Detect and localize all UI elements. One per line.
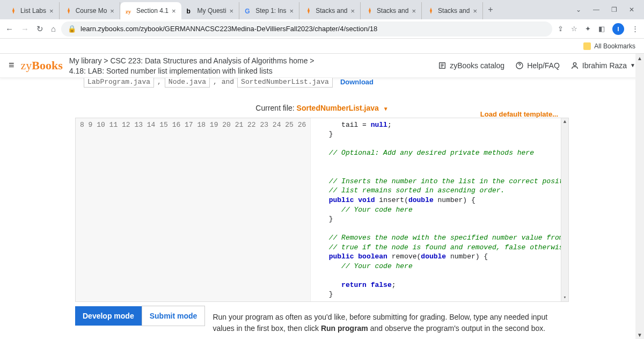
extensions-icon[interactable]: ✦ (585, 25, 591, 33)
scroll-up-icon[interactable]: ▲ (635, 54, 644, 62)
star-icon[interactable]: ☆ (571, 25, 577, 33)
scroll-down-icon[interactable]: ▾ (561, 294, 568, 301)
user-icon (570, 61, 579, 70)
chevron-down-icon: ▼ (630, 62, 635, 68)
tab-title: List Labs (20, 7, 46, 15)
maximize-icon[interactable]: ❐ (611, 6, 617, 13)
sidepanel-icon[interactable]: ◧ (598, 25, 605, 33)
share-icon[interactable]: ⇪ (558, 25, 564, 33)
window-controls: ⌄—❐✕ (576, 6, 644, 13)
tab-title: Section 4.1 (136, 7, 169, 15)
browser-tab[interactable]: Stacks and× (422, 2, 483, 19)
dropdown-icon[interactable]: ⌄ (576, 6, 581, 13)
tab-title: My Questi (197, 7, 226, 15)
line-gutter: 8 9 10 11 12 13 14 15 16 17 18 19 20 21 … (76, 118, 311, 301)
section-title: 4.18: LAB: Sorted number list implementa… (69, 67, 314, 75)
close-icon[interactable]: × (473, 7, 477, 15)
tab-favicon: G (245, 7, 252, 15)
catalog-link[interactable]: zyBooks catalog (438, 61, 504, 70)
load-template-link[interactable]: Load default template... (480, 110, 558, 118)
forward-button[interactable]: → (21, 24, 29, 33)
tab-favicon (366, 7, 374, 15)
chevron-down-icon: ▼ (383, 106, 389, 112)
zybooks-header: ≡ zyBooks My library > CSC 223: Data Str… (0, 54, 644, 78)
minimize-icon[interactable]: — (593, 6, 599, 13)
breadcrumb[interactable]: My library > CSC 223: Data Structures an… (69, 56, 314, 67)
all-bookmarks-link[interactable]: All Bookmarks (594, 42, 635, 50)
file-tab-node[interactable]: Node.java (165, 78, 210, 88)
bookmarks-bar: All Bookmarks (0, 39, 644, 54)
tab-favicon (427, 7, 435, 15)
browser-tab[interactable]: bMy Questi× (181, 2, 240, 19)
help-icon (515, 61, 524, 70)
editor-scrollbar[interactable]: ▲ ▾ (561, 118, 568, 301)
close-window-icon[interactable]: ✕ (629, 6, 634, 13)
tab-title: Stacks and (316, 7, 347, 15)
tab-favicon (65, 7, 72, 15)
browser-tab[interactable]: GStep 1: Ins× (239, 2, 299, 19)
tab-favicon (305, 7, 312, 15)
download-link[interactable]: Download (340, 78, 374, 86)
tab-favicon (10, 7, 17, 15)
close-icon[interactable]: × (351, 7, 355, 15)
file-tab-sortednumberlist[interactable]: SortedNumberList.java (237, 78, 333, 88)
scroll-down-icon[interactable]: ▼ (635, 330, 644, 339)
user-menu[interactable]: Ibrahim Raza ▼ (570, 61, 635, 70)
file-tab-labprogram[interactable]: LabProgram.java (84, 78, 154, 88)
help-link[interactable]: Help/FAQ (515, 61, 560, 70)
tab-title: Course Mo (76, 7, 107, 15)
browser-tab[interactable]: List Labs× (4, 2, 60, 19)
tab-title: Stacks and (377, 7, 408, 15)
home-button[interactable]: ⌂ (51, 24, 56, 33)
menu-icon[interactable]: ≡ (9, 60, 14, 71)
page-scrollbar[interactable]: ▲ ▼ (635, 54, 644, 339)
close-icon[interactable]: × (230, 7, 234, 15)
lock-icon: 🔒 (68, 25, 76, 33)
profile-avatar[interactable]: I (612, 23, 624, 35)
current-file-name: SortedNumberList.java (297, 104, 379, 112)
browser-tab-strip: List Labs×Course Mo×zySection 4.1×bMy Qu… (0, 0, 644, 19)
tab-favicon: zy (126, 7, 133, 15)
zybooks-logo[interactable]: zyBooks (21, 59, 63, 73)
code-editor[interactable]: 8 9 10 11 12 13 14 15 16 17 18 19 20 21 … (75, 118, 569, 302)
tab-favicon: b (187, 7, 194, 15)
close-icon[interactable]: × (110, 7, 114, 15)
tab-title: Step 1: Ins (255, 7, 286, 15)
submit-mode-button[interactable]: Submit mode (142, 306, 206, 326)
svg-point-2 (573, 62, 576, 65)
browser-toolbar: ← → ↻ ⌂ 🔒 learn.zybooks.com/zybook/GERMA… (0, 19, 644, 39)
close-icon[interactable]: × (412, 7, 416, 15)
browser-tab[interactable]: zySection 4.1× (120, 2, 181, 19)
catalog-icon (438, 61, 447, 70)
close-icon[interactable]: × (172, 7, 176, 15)
mode-row: Develop modeSubmit mode Run your program… (75, 312, 569, 334)
close-icon[interactable]: × (49, 7, 54, 15)
close-icon[interactable]: × (290, 7, 294, 15)
tab-title: Stacks and (438, 7, 470, 15)
mode-help-text: Run your program as often as you'd like,… (213, 312, 569, 334)
url-text: learn.zybooks.com/zybook/GERMANNACSC223M… (80, 25, 377, 33)
new-tab-button[interactable]: + (483, 5, 498, 15)
browser-tab[interactable]: Stacks and× (361, 2, 422, 19)
scroll-up-icon[interactable]: ▲ (561, 118, 568, 126)
file-bar: LabProgram.java , Node.java , and Sorted… (75, 78, 569, 88)
develop-mode-button[interactable]: Develop mode (75, 306, 142, 326)
browser-tab[interactable]: Course Mo× (60, 2, 120, 19)
back-button[interactable]: ← (5, 24, 13, 33)
browser-tab[interactable]: Stacks and× (299, 2, 361, 19)
address-bar[interactable]: 🔒 learn.zybooks.com/zybook/GERMANNACSC22… (61, 21, 552, 37)
code-area[interactable]: tail = null; } // Optional: Add any desi… (311, 118, 568, 301)
current-file-label: Current file: (255, 104, 294, 112)
kebab-menu-icon[interactable]: ⋮ (632, 25, 639, 33)
page-content: LabProgram.java , Node.java , and Sorted… (0, 78, 644, 336)
reload-button[interactable]: ↻ (36, 24, 43, 34)
bookmarks-folder-icon (583, 42, 591, 50)
